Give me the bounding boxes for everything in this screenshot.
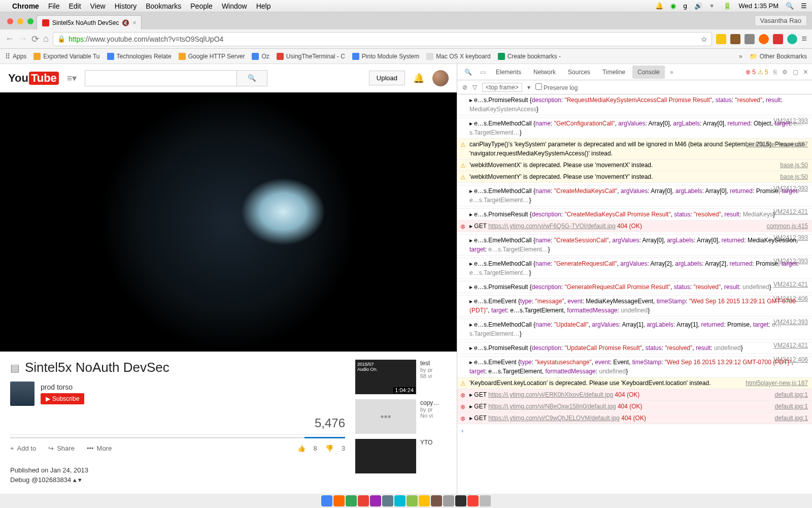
menu-view[interactable]: View <box>90 2 106 10</box>
dock-icon[interactable]: ▢ <box>790 69 801 76</box>
dock-app[interactable] <box>431 495 442 506</box>
spotlight-icon[interactable]: 🔍 <box>786 2 794 10</box>
devtools-close-icon[interactable]: × <box>803 68 808 77</box>
subscribe-button[interactable]: ▶Subscribe <box>41 393 84 404</box>
more-button[interactable]: •••More <box>87 444 112 452</box>
extension-5[interactable] <box>787 34 797 44</box>
device-icon[interactable]: ▭ <box>477 69 489 76</box>
log-source-link[interactable]: default.jpg:1 <box>775 390 808 399</box>
account-avatar[interactable] <box>432 70 449 86</box>
extension-2[interactable] <box>730 34 740 44</box>
profile-button[interactable]: Vasantha Rao <box>755 15 807 26</box>
channel-avatar[interactable] <box>10 382 35 406</box>
bookmark-item[interactable]: Technologies Relate <box>107 53 172 60</box>
battery-icon[interactable]: 🔋 <box>723 2 731 10</box>
menu-history[interactable]: History <box>115 2 137 10</box>
dock-app[interactable] <box>382 495 393 506</box>
upload-button[interactable]: Upload <box>369 71 405 85</box>
browser-tab[interactable]: Sintel5x NoAuth DevSec 🔇 × <box>37 15 142 29</box>
log-source-link[interactable]: base.js:50 <box>780 161 808 170</box>
console-log-warn[interactable]: ⚠canPlayType()'s 'keySystem' parameter i… <box>457 139 812 160</box>
bookmark-item[interactable]: UsingTheTerminal - C <box>277 53 345 60</box>
log-source-link[interactable]: common.js:415 <box>767 221 808 231</box>
cast-icon[interactable] <box>745 34 755 44</box>
sync-icon[interactable]: ◉ <box>670 2 676 10</box>
back-button[interactable]: ← <box>5 34 14 44</box>
console-log-obj[interactable]: ▸ e…s.EmeMethodCall {name: "CreateSessio… <box>457 235 812 256</box>
console-prompt[interactable]: › <box>457 424 812 437</box>
notification-icon[interactable]: 🔔 <box>655 2 663 10</box>
filter-icon[interactable]: ▽ <box>472 84 477 91</box>
share-button[interactable]: ↪Share <box>48 444 75 452</box>
dock-app[interactable] <box>419 495 430 506</box>
console-log-obj[interactable]: ▸ e…s.EmeMethodCall {name: "GenerateRequ… <box>457 258 812 279</box>
dock-app[interactable] <box>407 495 418 506</box>
console-log-obj[interactable]: ▸ e…s.PromiseResult {description: "Gener… <box>457 281 812 293</box>
tab-timeline[interactable]: Timeline <box>597 66 630 79</box>
preserve-log-checkbox[interactable]: Preserve log <box>535 83 578 91</box>
related-item[interactable]: 2015/07Audio On.1:04:24 testby pr68 vi <box>355 360 447 394</box>
apps-button[interactable]: ⠿Apps <box>5 52 26 60</box>
warning-count[interactable]: ⚠5 <box>758 69 768 76</box>
dock-trash[interactable] <box>480 495 491 506</box>
console-log-warn[interactable]: ⚠'webkitMovementY' is deprecated. Please… <box>457 171 812 183</box>
frame-selector[interactable]: <top frame> <box>482 83 522 92</box>
dock-app[interactable] <box>346 495 357 506</box>
dislike-button[interactable]: 👎 <box>325 444 333 452</box>
home-button[interactable]: ⌂ <box>43 34 49 44</box>
guide-icon[interactable]: ≡▾ <box>67 73 77 84</box>
menu-file[interactable]: File <box>48 2 60 10</box>
extension-4[interactable] <box>773 34 783 44</box>
bookmark-item[interactable]: Create bookmarks - <box>498 53 561 60</box>
console-log-obj[interactable]: ▸ e…s.PromiseResult {description: "Reque… <box>457 94 812 115</box>
forward-button[interactable]: → <box>18 34 27 44</box>
bookmark-item[interactable]: Google HTTP Server <box>179 53 245 60</box>
console-output[interactable]: ▸ e…s.PromiseResult {description: "Reque… <box>457 94 812 494</box>
bookmark-item[interactable]: Exported Variable Tu <box>33 53 99 60</box>
reload-button[interactable]: ⟳ <box>31 34 39 45</box>
console-log-err[interactable]: ⊗▸ GET https://i.ytimg.com/vi/C9wQhJELOV… <box>457 412 812 424</box>
playlist-icon[interactable]: ▤ <box>10 362 20 374</box>
console-log-obj[interactable]: ▸ e…s.PromiseResult {description: "Updat… <box>457 342 812 354</box>
clock[interactable]: Wed 1:35 PM <box>738 2 779 10</box>
volume-icon[interactable]: 🔊 <box>694 2 702 10</box>
debug-line[interactable]: Debug @102683834 ▴ ▾ <box>10 476 345 484</box>
log-source-link[interactable]: default.jpg:1 <box>775 402 808 411</box>
related-item[interactable]: YTO <box>355 439 447 473</box>
log-source-link[interactable]: base.js:50 <box>780 172 808 181</box>
console-log-obj[interactable]: ▸ e…s.PromiseResult {description: "Creat… <box>457 209 812 220</box>
inspect-icon[interactable]: 🔍 <box>461 69 475 76</box>
console-log-warn[interactable]: ⚠'webkitMovementX' is deprecated. Please… <box>457 160 812 171</box>
tab-elements[interactable]: Elements <box>491 66 526 79</box>
like-button[interactable]: 👍 <box>297 444 306 452</box>
search-button[interactable]: 🔍 <box>236 71 267 86</box>
console-log-obj[interactable]: ▸ e…s.EmeEvent {type: "message", event: … <box>457 296 812 316</box>
menu-icon[interactable]: ☰ <box>801 2 807 10</box>
dock-app[interactable] <box>333 495 345 506</box>
settings-icon[interactable]: ⚙ <box>782 69 788 76</box>
bookmark-star-icon[interactable]: ☆ <box>701 35 707 43</box>
dock-app[interactable] <box>455 495 466 506</box>
dock-app[interactable] <box>321 495 332 506</box>
extension-3[interactable] <box>759 34 769 44</box>
bookmark-item[interactable]: Pinto Module System <box>352 53 419 60</box>
menu-people[interactable]: People <box>190 2 213 10</box>
console-log-err[interactable]: ⊗▸ GET https://i.ytimg.com/vi/wF6Q5G-TVO… <box>457 220 812 232</box>
error-count[interactable]: ⊗5 <box>746 69 756 76</box>
close-window[interactable] <box>7 18 13 24</box>
tabs-overflow[interactable]: » <box>667 69 676 76</box>
menu-bookmarks[interactable]: Bookmarks <box>146 2 181 10</box>
dock-app[interactable] <box>358 495 369 506</box>
console-log-warn[interactable]: ⚠'KeyboardEvent.keyLocation' is deprecat… <box>457 377 812 389</box>
drawer-icon[interactable]: ⎘ <box>770 69 780 76</box>
menu-edit[interactable]: Edit <box>69 2 81 10</box>
dock-app[interactable] <box>370 495 381 506</box>
menu-help[interactable]: Help <box>256 2 271 10</box>
tab-network[interactable]: Network <box>528 66 561 79</box>
bookmark-item[interactable]: Mac OS X keyboard <box>426 53 490 60</box>
frame-dropdown-icon[interactable]: ▾ <box>527 84 530 91</box>
channel-name[interactable]: prod torso <box>41 383 84 391</box>
log-source-link[interactable]: html5player-new.js:397 <box>746 140 808 149</box>
app-name[interactable]: Chrome <box>12 2 39 10</box>
tab-audio-icon[interactable]: 🔇 <box>122 19 129 26</box>
